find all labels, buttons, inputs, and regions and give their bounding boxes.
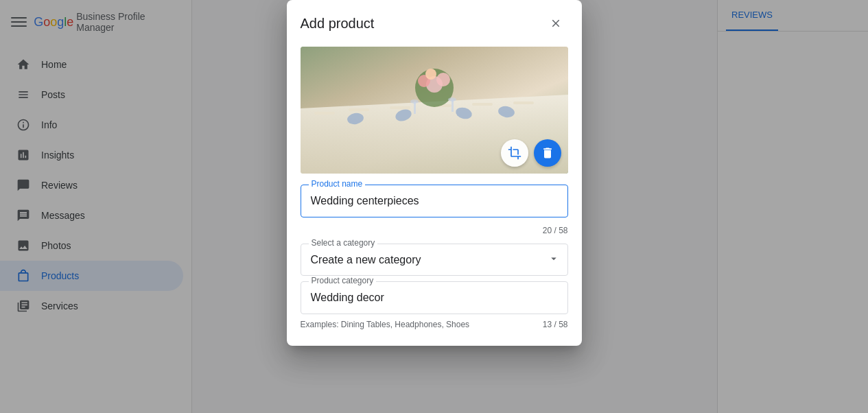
svg-point-16: [448, 97, 456, 102]
add-product-dialog: Add product: [287, 0, 582, 346]
product-category-hint: Examples: Dining Tables, Headphones, Sho…: [301, 317, 568, 332]
crop-icon: [508, 146, 521, 160]
svg-rect-7: [513, 102, 534, 104]
svg-rect-6: [472, 103, 493, 106]
product-category-field: Product category: [301, 281, 568, 314]
product-name-label: Product name: [309, 179, 366, 189]
svg-point-11: [436, 73, 450, 86]
dialog-body: Product name 20 / 58 Select a category C…: [287, 47, 582, 346]
close-button[interactable]: [543, 11, 568, 36]
category-select-label: Select a category: [309, 238, 378, 248]
product-category-label: Product category: [309, 276, 377, 285]
svg-rect-4: [390, 106, 410, 109]
product-name-field: Product name: [301, 185, 568, 217]
product-name-input[interactable]: [301, 185, 568, 217]
product-image-container: [301, 47, 568, 174]
crop-button[interactable]: [501, 139, 528, 167]
dialog-backdrop: Add product: [0, 0, 868, 413]
category-select-field: Select a category Create a new category …: [301, 244, 568, 276]
svg-point-14: [410, 99, 419, 104]
close-icon: [550, 17, 562, 30]
svg-rect-2: [314, 112, 335, 115]
svg-point-12: [425, 69, 436, 80]
product-category-input[interactable]: [301, 281, 568, 314]
delete-image-button[interactable]: [534, 139, 561, 167]
svg-rect-3: [349, 108, 369, 111]
trash-icon: [541, 146, 554, 160]
image-actions: [501, 139, 561, 167]
category-select[interactable]: Create a new category Wedding decor: [301, 244, 568, 276]
dialog-title: Add product: [301, 16, 375, 32]
dialog-header: Add product: [287, 0, 582, 47]
